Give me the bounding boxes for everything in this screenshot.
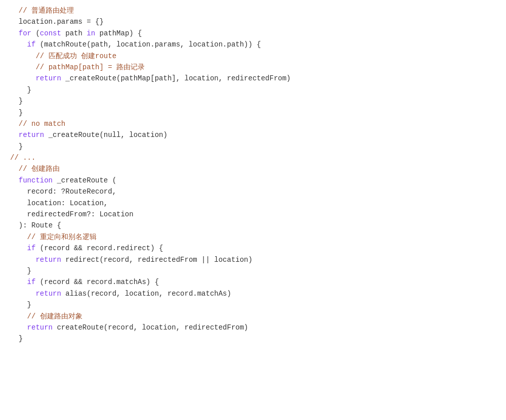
code-line: } (0, 299, 506, 310)
code-line: if (record && record.redirect) { (0, 243, 506, 254)
code-token: // 匹配成功 创建route (35, 51, 116, 62)
code-line: } (0, 84, 506, 96)
code-token: { (53, 220, 61, 231)
code-token: : (53, 186, 61, 197)
code-token: if (27, 39, 36, 50)
code-line: return alias(record, location, record.ma… (0, 288, 506, 299)
code-line: for (const path in pathMap) { (0, 28, 506, 39)
code-token: record (27, 186, 53, 197)
code-token: const (40, 28, 61, 39)
code-line: ): Route { (0, 220, 506, 231)
code-token: } (10, 107, 23, 118)
code-token: .params = {} (53, 16, 104, 27)
code-line: // pathMap[path] = 路由记录 (0, 62, 506, 73)
code-line: if (matchRoute(path, location.params, lo… (0, 39, 506, 50)
code-token: return (19, 129, 44, 141)
code-token: Location (99, 209, 133, 220)
code-token: } (19, 96, 23, 107)
code-line: return redirect(record, redirectedFrom |… (0, 254, 506, 265)
code-token: // 重定向和别名逻辑 (27, 231, 97, 243)
code-token: } (27, 84, 31, 96)
code-token: Route (31, 220, 53, 231)
code-token: pathMap) { (95, 28, 142, 39)
code-token: location (27, 198, 61, 209)
code-token: ?: (87, 209, 99, 220)
code-token: _createRoute ( (53, 175, 116, 186)
code-line: return _createRoute(pathMap[path], locat… (0, 73, 506, 84)
code-line: if (record && record.matchAs) { (0, 276, 506, 288)
code-token: ?RouteRecord (61, 186, 112, 197)
code-token: (record && record.redirect) { (35, 243, 163, 254)
code-token: redirect(record, redirectedFrom || locat… (61, 254, 252, 265)
code-line: location: Location, (0, 198, 506, 209)
code-token: // ... (10, 152, 35, 163)
code-line: } (0, 333, 506, 344)
code-token: : (61, 198, 70, 209)
code-token: alias(record, location, record.matchAs) (61, 288, 231, 299)
code-token: _createRoute(pathMap[path], location, re… (61, 73, 291, 84)
code-token: , (104, 198, 108, 209)
code-token: createRoute(record, location, redirected… (53, 322, 248, 333)
code-token: } (27, 265, 31, 276)
code-token: (record && record.matchAs) { (35, 276, 159, 288)
code-token: return (35, 254, 61, 265)
code-token: // no match (19, 118, 65, 129)
code-line: function _createRoute ( (0, 175, 506, 186)
code-token: } (19, 333, 23, 344)
code-line: // ... (0, 152, 506, 163)
code-line: } (0, 96, 506, 107)
code-container: // 普通路由处理 location.params = {} for (cons… (0, 0, 506, 420)
code-token: for (19, 28, 31, 39)
code-token: if (27, 276, 36, 288)
code-token: // 创建路由 (19, 163, 60, 174)
code-line: // no match (0, 118, 506, 129)
code-line: } (0, 265, 506, 276)
code-token: location (19, 16, 53, 27)
code-line: location.params = {} (0, 16, 506, 27)
code-token: path (61, 28, 87, 39)
code-token: (matchRoute(path, location.params, locat… (35, 39, 261, 50)
code-token: } (10, 141, 23, 152)
code-token: // 普通路由处理 (19, 5, 74, 16)
code-token: return (27, 322, 53, 333)
code-line: // 匹配成功 创建route (0, 51, 506, 62)
code-line: } (0, 141, 506, 152)
code-token: ( (31, 28, 40, 39)
code-token: } (27, 299, 31, 310)
code-line: // 创建路由对象 (0, 311, 506, 322)
code-token: in (87, 28, 95, 39)
code-line: return _createRoute(null, location) (0, 129, 506, 141)
code-token: return (35, 73, 61, 84)
code-token: // 创建路由对象 (27, 311, 82, 322)
code-line: return createRoute(record, location, red… (0, 322, 506, 333)
code-token: ): (19, 220, 31, 231)
code-line: record: ?RouteRecord, (0, 186, 506, 197)
code-token: // pathMap[path] = 路由记录 (35, 62, 145, 73)
code-line: // 普通路由处理 (0, 5, 506, 16)
code-line: // 重定向和别名逻辑 (0, 231, 506, 243)
code-line: } (0, 107, 506, 118)
code-line: // 创建路由 (0, 163, 506, 174)
code-token: , (112, 186, 116, 197)
code-token: function (19, 175, 53, 186)
code-token: _createRoute(null, location) (44, 129, 167, 141)
code-token: Location (70, 198, 104, 209)
code-token: return (35, 288, 61, 299)
code-line: redirectedFrom?: Location (0, 209, 506, 220)
code-token: if (27, 243, 36, 254)
code-token: redirectedFrom (27, 209, 87, 220)
